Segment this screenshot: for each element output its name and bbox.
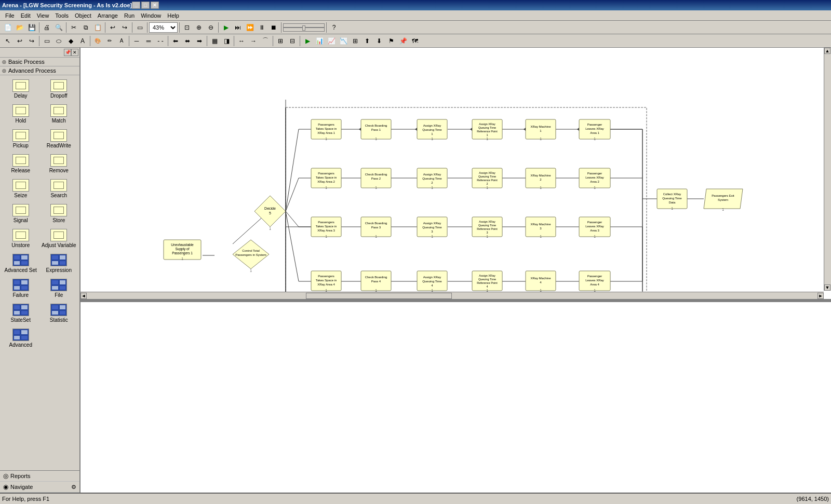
sidebar-item-unstore[interactable]: Unstore <box>2 227 39 251</box>
sidebar-item-pickup[interactable]: Pickup <box>2 127 39 151</box>
sidebar-item-advanced[interactable]: Advanced <box>2 326 39 350</box>
sidebar-item-remove[interactable]: Remove <box>41 152 78 176</box>
sidebar-item-expression[interactable]: Expression <box>41 252 78 276</box>
dash-icon[interactable]: - - <box>155 35 166 47</box>
zoom-in-icon[interactable]: ⊕ <box>193 22 205 33</box>
save-icon[interactable]: 💾 <box>26 22 37 33</box>
sidebar-item-release[interactable]: Release <box>2 152 39 176</box>
sidebar-item-seize[interactable]: Seize <box>2 177 39 201</box>
new-icon[interactable]: 📄 <box>2 22 14 33</box>
zoom-out-icon[interactable]: ⊖ <box>205 22 217 33</box>
run-icon[interactable]: ▶ <box>220 22 232 33</box>
stop-icon[interactable]: ⏹ <box>268 22 279 33</box>
menu-help[interactable]: Help <box>164 11 182 20</box>
oval-icon[interactable]: ⬭ <box>53 35 64 47</box>
scroll-right-button[interactable]: ► <box>817 293 824 299</box>
sidebar-item-failure[interactable]: Failure <box>2 277 39 301</box>
bar-chart-icon[interactable]: 📈 <box>326 35 337 47</box>
rect-tool-icon[interactable]: ▭ <box>41 35 52 47</box>
hscroll-thumb[interactable] <box>306 293 452 299</box>
ungroup-icon[interactable]: ⊟ <box>287 35 298 47</box>
sidebar-item-readwrite[interactable]: ReadWrite <box>41 127 78 151</box>
sidebar-item-file[interactable]: File <box>41 277 78 301</box>
speed-slider[interactable] <box>283 23 325 32</box>
text-color-icon[interactable]: A <box>116 35 127 47</box>
maximize-button[interactable]: □ <box>141 2 150 9</box>
map-icon[interactable]: 🗺 <box>409 35 421 47</box>
close-button[interactable]: ✕ <box>151 2 159 9</box>
undo2-icon[interactable]: ↩ <box>14 35 25 47</box>
connector-icon[interactable]: ↔ <box>236 35 247 47</box>
flag-icon[interactable]: ⚑ <box>385 35 397 47</box>
curve-icon[interactable]: ⌒ <box>260 35 271 47</box>
minimize-button[interactable]: _ <box>132 2 140 9</box>
redo2-icon[interactable]: ↪ <box>26 35 37 47</box>
pattern-icon[interactable]: ▦ <box>209 35 220 47</box>
help-icon[interactable]: ? <box>328 22 340 33</box>
fit-icon[interactable]: ⊡ <box>181 22 193 33</box>
sidebar-item-signal[interactable]: Signal <box>2 202 39 226</box>
fast-icon[interactable]: ⏩ <box>244 22 256 33</box>
horizontal-scrollbar[interactable]: ◄ ► <box>81 292 824 299</box>
sidebar-item-search[interactable]: Search <box>41 177 78 201</box>
line-style-icon[interactable]: ─ <box>131 35 142 47</box>
align-right-icon[interactable]: ➡ <box>194 35 205 47</box>
menu-object[interactable]: Object <box>72 11 95 20</box>
rectangle-icon[interactable]: ▭ <box>134 22 145 33</box>
scroll-down-button[interactable]: ▼ <box>824 284 830 291</box>
menu-arrange[interactable]: Arrange <box>95 11 121 20</box>
arrow-icon[interactable]: → <box>248 35 259 47</box>
select-icon[interactable]: ↖ <box>2 35 14 47</box>
sidebar-item-hold[interactable]: Hold <box>2 102 39 126</box>
align-left-icon[interactable]: ⬅ <box>170 35 181 47</box>
sidebar-item-advanced-set[interactable]: Advanced Set <box>2 252 39 276</box>
print-icon[interactable]: 🖨 <box>41 22 52 33</box>
menu-file[interactable]: File <box>2 11 18 20</box>
menu-edit[interactable]: Edit <box>18 11 34 20</box>
sidebar-item-statistic[interactable]: Statistic <box>41 302 78 325</box>
open-icon[interactable]: 📂 <box>14 22 25 33</box>
diamond-tool-icon[interactable]: ◆ <box>65 35 76 47</box>
table-icon[interactable]: ⊞ <box>350 35 361 47</box>
step-icon[interactable]: ⏭ <box>232 22 244 33</box>
sidebar-item-delay[interactable]: Delay <box>2 77 39 101</box>
sidebar-close-button[interactable]: ✕ <box>71 49 78 56</box>
cut-icon[interactable]: ✂ <box>68 22 79 33</box>
sidebar-item-dropoff[interactable]: Dropoff <box>41 77 78 101</box>
navigate-settings-icon[interactable]: ⚙ <box>71 484 76 491</box>
shadow-icon[interactable]: ◨ <box>221 35 232 47</box>
print-preview-icon[interactable]: 🔍 <box>53 22 64 33</box>
sidebar-item-match[interactable]: Match <box>41 102 78 126</box>
scroll-left-button[interactable]: ◄ <box>81 293 87 299</box>
zoom-dropdown[interactable]: 43% 50% 75% 100% <box>149 22 178 33</box>
redo-icon[interactable]: ↪ <box>119 22 130 33</box>
pin-icon[interactable]: 📌 <box>397 35 409 47</box>
group-icon[interactable]: ⊞ <box>275 35 286 47</box>
menu-view[interactable]: View <box>34 11 52 20</box>
undo-icon[interactable]: ↩ <box>107 22 118 33</box>
menu-run[interactable]: Run <box>121 11 138 20</box>
sidebar-item-store[interactable]: Store <box>41 202 78 226</box>
menu-tools[interactable]: Tools <box>52 11 72 20</box>
run2-icon[interactable]: ▶ <box>302 35 313 47</box>
nav-reports[interactable]: ◎ Reports <box>0 471 79 482</box>
basic-process-header[interactable]: ◎ Basic Process <box>0 58 79 66</box>
export-icon[interactable]: ⬆ <box>361 35 373 47</box>
line-width-icon[interactable]: ═ <box>143 35 154 47</box>
sidebar-pin-button[interactable]: 📌 <box>64 49 71 56</box>
nav-navigate[interactable]: ◉ Navigate ⚙ <box>0 482 79 493</box>
pause-icon[interactable]: ⏸ <box>256 22 267 33</box>
scroll-up-button[interactable]: ▲ <box>824 48 830 54</box>
import-icon[interactable]: ⬇ <box>373 35 385 47</box>
copy-icon[interactable]: ⧉ <box>80 22 91 33</box>
vertical-scrollbar[interactable]: ▲ ▼ <box>824 48 831 291</box>
line-color-icon[interactable]: ✏ <box>104 35 115 47</box>
fill-color-icon[interactable]: 🎨 <box>92 35 103 47</box>
sidebar-item-adjust-variable[interactable]: Adjust Variable <box>41 227 78 251</box>
text-icon[interactable]: A <box>77 35 88 47</box>
align-center-icon[interactable]: ⬌ <box>182 35 193 47</box>
advanced-process-header[interactable]: ◎ Advanced Process <box>0 66 79 75</box>
stats-icon[interactable]: 📉 <box>338 35 349 47</box>
chart-icon[interactable]: 📊 <box>314 35 325 47</box>
menu-window[interactable]: Window <box>138 11 164 20</box>
